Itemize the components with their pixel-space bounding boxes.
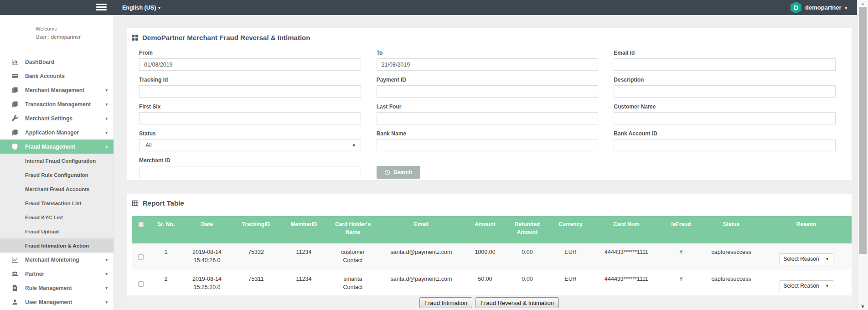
- sidebar: Welcome User : demopartner DashBoard Ban…: [0, 15, 114, 310]
- row-checkbox[interactable]: [138, 254, 144, 260]
- field-to: To: [377, 50, 599, 71]
- sidebar-item-fraud-management[interactable]: Fraud Management ▾: [0, 140, 114, 154]
- submenu-internal-fraud-configuration[interactable]: Internal Fraud Configuration: [0, 154, 114, 168]
- top-navbar: English (US) ▾ D demopartner ▾: [0, 0, 857, 15]
- report-title-row: Report Table: [127, 194, 852, 207]
- col-tracking-id: TrackingID: [232, 216, 280, 243]
- language-label: English (US): [122, 5, 156, 11]
- sidebar-item-dashboard[interactable]: DashBoard: [0, 55, 114, 69]
- bank-name-input[interactable]: [377, 139, 599, 151]
- submenu-merchant-fraud-accounts[interactable]: Merchant Fraud Accounts: [0, 182, 114, 196]
- col-sr-no: Sr. No.: [150, 216, 182, 243]
- field-bank-name: Bank Name: [377, 130, 599, 151]
- chevron-down-icon: ▾: [105, 272, 108, 276]
- col-amount: Amount: [465, 216, 506, 243]
- page-title: DemoPartner Merchant Fraud Reversal & In…: [142, 34, 310, 41]
- col-reason: Reason: [761, 216, 852, 243]
- sidebar-item-transaction-management[interactable]: Transaction Management ▾: [0, 97, 114, 111]
- copy-icon: [11, 87, 18, 93]
- sidebar-item-partner[interactable]: Partner ▾: [0, 267, 114, 281]
- fraud-management-submenu: Internal Fraud Configuration Fraud Rule …: [0, 154, 114, 253]
- col-card-holder: Card Holder's Name: [328, 216, 378, 243]
- scroll-up-arrow-icon[interactable]: ▲: [858, 1, 868, 6]
- col-card-num: Card Num: [592, 216, 661, 243]
- select-all-checkbox[interactable]: [139, 222, 144, 227]
- report-panel: Report Table Sr. No. Date TrackingID Mem…: [127, 194, 852, 310]
- col-status: Status: [702, 216, 761, 243]
- last-four-label: Last Four: [377, 103, 599, 110]
- sidebar-item-bank-accounts[interactable]: Bank Accounts: [0, 69, 114, 83]
- sidebar-item-merchant-monitoring[interactable]: Merchant Monitoring ▾: [0, 253, 114, 267]
- sidebar-item-application-manager[interactable]: Application Manager ▾: [0, 125, 114, 140]
- submenu-fraud-transaction-list[interactable]: Fraud Transaction List: [0, 196, 114, 210]
- select-arrow-icon: ▼: [352, 143, 356, 148]
- merchant-id-input[interactable]: [139, 166, 361, 178]
- scroll-down-arrow-icon[interactable]: ▼: [858, 304, 868, 309]
- line-chart-icon: [11, 256, 18, 263]
- copy-icon: [11, 101, 18, 108]
- users-icon: [11, 270, 18, 277]
- customer-name-label: Customer Name: [614, 103, 836, 110]
- field-description: Description: [614, 77, 836, 98]
- fraud-reversal-intimation-button[interactable]: Fraud Reversal & Intimation: [475, 297, 559, 308]
- customer-name-input[interactable]: [614, 112, 836, 124]
- username-label: demopartner: [805, 4, 841, 11]
- description-input[interactable]: [614, 85, 836, 98]
- chevron-down-icon: ▾: [105, 130, 108, 135]
- table-icon: [132, 200, 139, 207]
- hamburger-menu-icon[interactable]: [96, 4, 107, 11]
- wrench-icon: [11, 115, 18, 122]
- field-last-four: Last Four: [377, 103, 599, 124]
- field-status: Status All ▼: [139, 130, 361, 151]
- email-id-label: Email Id: [614, 50, 836, 56]
- email-id-input[interactable]: [614, 58, 836, 71]
- bank-account-id-label: Bank Account ID: [614, 130, 836, 137]
- sidebar-item-user-management[interactable]: User Management ▾: [0, 295, 114, 309]
- page-scrollbar[interactable]: ▲ ▼: [857, 0, 868, 310]
- to-input[interactable]: [377, 58, 599, 71]
- field-first-six: First Six: [139, 103, 361, 124]
- language-selector[interactable]: English (US) ▾: [122, 0, 160, 15]
- payment-id-input[interactable]: [377, 85, 599, 98]
- col-member-id: MemberID: [280, 216, 328, 243]
- reason-select[interactable]: Select Reason ▼: [780, 280, 833, 292]
- status-select[interactable]: All ▼: [139, 139, 361, 151]
- first-six-input[interactable]: [139, 112, 361, 124]
- last-four-input[interactable]: [377, 112, 599, 124]
- sidebar-item-merchant-settings[interactable]: Merchant Settings ▾: [0, 111, 114, 125]
- bar-chart-icon: [11, 58, 18, 65]
- chevron-down-icon: ▾: [105, 116, 108, 121]
- table-row: 2 2019-08-14 15:25:20.0 75311 11234 smar…: [132, 270, 852, 297]
- user-menu[interactable]: D demopartner ▾: [790, 0, 847, 15]
- first-six-label: First Six: [139, 103, 361, 110]
- row-checkbox[interactable]: [138, 281, 144, 287]
- col-refunded-amount: Refunded Amount: [506, 216, 549, 243]
- field-merchant-id: Merchant ID: [139, 157, 361, 178]
- tracking-id-input[interactable]: [139, 85, 361, 98]
- welcome-user: User : demopartner: [36, 33, 109, 41]
- welcome-block: Welcome User : demopartner: [0, 15, 114, 55]
- sidebar-item-rule-management[interactable]: Rule Management ▾: [0, 281, 114, 295]
- search-button[interactable]: Search: [377, 166, 420, 179]
- page-title-row: DemoPartner Merchant Fraud Reversal & In…: [127, 28, 852, 41]
- bank-account-id-input[interactable]: [614, 139, 836, 151]
- search-cell: Search: [377, 157, 599, 184]
- sidebar-item-merchant-management[interactable]: Merchant Management ▾: [0, 83, 114, 97]
- submenu-fraud-rule-configuration[interactable]: Fraud Rule Configuration: [0, 168, 114, 182]
- submenu-fraud-upload[interactable]: Fraud Upload: [0, 224, 114, 238]
- submenu-fraud-kyc-list[interactable]: Fraud KYC List: [0, 210, 114, 224]
- scrollbar-thumb[interactable]: [859, 7, 867, 254]
- credit-card-icon: [11, 72, 18, 79]
- col-email: Email: [378, 216, 465, 243]
- chevron-down-icon: ▾: [105, 145, 108, 149]
- status-label: Status: [139, 130, 361, 137]
- from-input[interactable]: [139, 58, 361, 71]
- fraud-intimation-button[interactable]: Fraud Intimation: [419, 297, 472, 308]
- reason-select[interactable]: Select Reason ▼: [780, 253, 833, 265]
- brand-logo: D: [790, 2, 801, 14]
- col-currency: Currency: [549, 216, 592, 243]
- report-table: Sr. No. Date TrackingID MemberID Card Ho…: [132, 216, 852, 297]
- main-content: DemoPartner Merchant Fraud Reversal & In…: [114, 15, 857, 310]
- col-date: Date: [182, 216, 232, 243]
- submenu-fraud-intimation-action[interactable]: Fraud Intimation & Action: [0, 238, 114, 253]
